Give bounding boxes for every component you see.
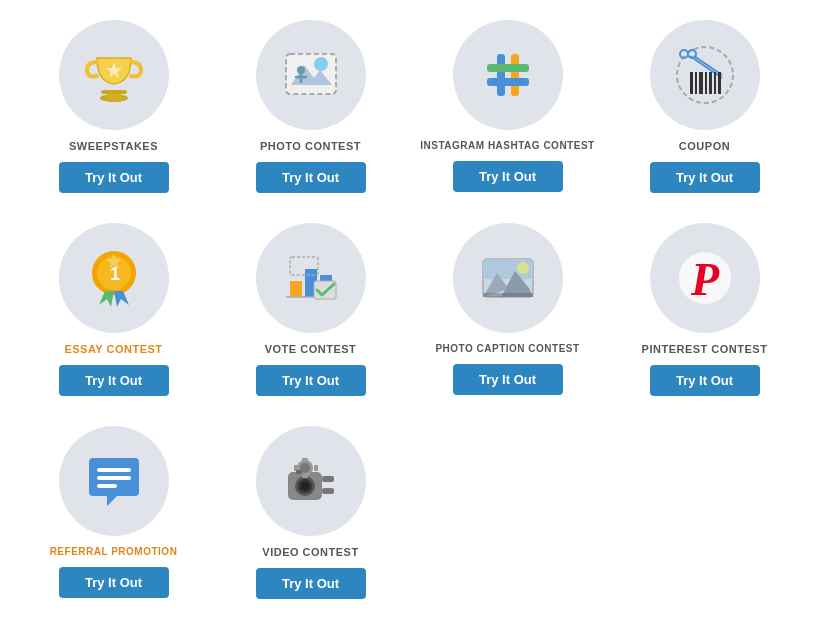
barcode-6 [714, 72, 716, 94]
card-coupon: COUPON Try It Out [611, 20, 798, 193]
trophy-foot [101, 90, 127, 94]
referral-icon-circle [59, 426, 169, 536]
caption-icon [473, 243, 543, 313]
pinterest-try-btn[interactable]: Try It Out [650, 365, 760, 396]
instagram-label: INSTAGRAM HASHTAG CONTEST [420, 140, 594, 151]
essay-icon-circle: 1 [59, 223, 169, 333]
video-reel-bottom [322, 488, 334, 494]
barcode-2 [695, 72, 697, 94]
referral-line2 [97, 476, 131, 480]
essay-label: ESSAY CONTEST [64, 343, 162, 355]
ig-bar-v2 [511, 54, 519, 96]
referral-icon [79, 446, 149, 516]
card-caption: PHOTO CAPTION CONTEST Try It Out [414, 223, 601, 396]
sweepstakes-try-btn[interactable]: Try It Out [59, 162, 169, 193]
vote-icon-circle [256, 223, 366, 333]
vote-icon [276, 243, 346, 313]
barcode-3 [699, 72, 703, 94]
vote-try-btn[interactable]: Try It Out [256, 365, 366, 396]
referral-line1 [97, 468, 131, 472]
photo-sun [314, 57, 328, 71]
video-try-btn[interactable]: Try It Out [256, 568, 366, 599]
photo-dashed-border [286, 54, 336, 94]
card-referral: REFERRAL PROMOTION Try It Out [20, 426, 207, 599]
ig-bar-v1 [497, 54, 505, 96]
referral-label: REFERRAL PROMOTION [50, 546, 178, 557]
empty-cell-2 [611, 426, 798, 599]
essay-ribbon-right [114, 291, 129, 307]
essay-try-btn[interactable]: Try It Out [59, 365, 169, 396]
pinterest-icon: P [670, 243, 740, 313]
caption-bar [483, 293, 533, 297]
trophy-handle-right [131, 62, 141, 76]
caption-try-btn[interactable]: Try It Out [453, 364, 563, 395]
pinterest-label: PINTEREST CONTEST [642, 343, 768, 355]
card-pinterest: P PINTEREST CONTEST Try It Out [611, 223, 798, 396]
card-photo-contest: PHOTO CONTEST Try It Out [217, 20, 404, 193]
coupon-icon [670, 40, 740, 110]
caption-icon-circle [453, 223, 563, 333]
video-knob [296, 470, 302, 474]
video-lens-core [301, 482, 309, 490]
sweepstakes-icon [79, 40, 149, 110]
caption-sun [517, 262, 529, 274]
card-essay: 1 ESSAY CONTEST Try It Out [20, 223, 207, 396]
vote-bar1 [290, 281, 302, 297]
instagram-icon-circle [453, 20, 563, 130]
barcode-1 [690, 72, 693, 94]
photo-contest-icon-circle [256, 20, 366, 130]
video-reel-top [322, 476, 334, 482]
caption-label: PHOTO CAPTION CONTEST [435, 343, 579, 354]
barcode-7 [718, 72, 721, 94]
referral-bubble [89, 458, 139, 506]
empty-cell-1 [414, 426, 601, 599]
pinterest-icon-circle: P [650, 223, 760, 333]
instagram-try-btn[interactable]: Try It Out [453, 161, 563, 192]
essay-ribbon-left [99, 291, 114, 307]
video-label: VIDEO CONTEST [262, 546, 358, 558]
referral-line3 [97, 484, 117, 488]
barcode-5 [709, 72, 712, 94]
card-instagram: INSTAGRAM HASHTAG CONTEST Try It Out [414, 20, 601, 193]
card-video: VIDEO CONTEST Try It Out [217, 426, 404, 599]
referral-try-btn[interactable]: Try It Out [59, 567, 169, 598]
ig-bar-h1 [487, 64, 529, 72]
scissors-blade1 [694, 56, 722, 75]
card-sweepstakes: SWEEPSTAKES Try It Out [20, 20, 207, 193]
video-icon [276, 446, 346, 516]
sweepstakes-icon-circle [59, 20, 169, 130]
ig-bar-h2 [487, 78, 529, 86]
photo-contest-icon [276, 40, 346, 110]
trophy-handle-left [87, 62, 97, 76]
photo-contest-try-btn[interactable]: Try It Out [256, 162, 366, 193]
sweepstakes-label: SWEEPSTAKES [69, 140, 158, 152]
instagram-icon [473, 40, 543, 110]
essay-icon: 1 [79, 243, 149, 313]
pinterest-p: P [690, 254, 720, 305]
video-gear-tooth-right [314, 465, 318, 471]
video-gear-tooth-top [302, 458, 308, 462]
coupon-label: COUPON [679, 140, 730, 152]
barcode-4 [705, 72, 707, 94]
card-vote: VOTE CONTEST Try It Out [217, 223, 404, 396]
coupon-icon-circle [650, 20, 760, 130]
essay-badge-number: 1 [110, 264, 120, 284]
coupon-try-btn[interactable]: Try It Out [650, 162, 760, 193]
video-icon-circle [256, 426, 366, 536]
photo-contest-label: PHOTO CONTEST [260, 140, 361, 152]
vote-label: VOTE CONTEST [265, 343, 357, 355]
video-gear-tooth-bottom [302, 474, 308, 478]
